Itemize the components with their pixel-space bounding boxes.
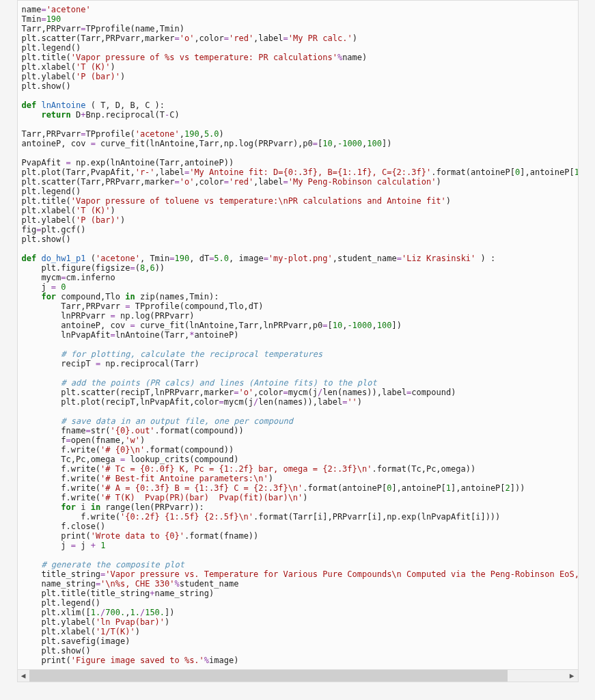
- scroll-left-arrow-icon[interactable]: ◀: [18, 670, 29, 682]
- horizontal-scrollbar[interactable]: ◀ ▶: [18, 669, 578, 682]
- code-area[interactable]: name='acetone' Tmin=190 Tarr,PRPvarr=TPp…: [18, 1, 578, 669]
- code-cell: name='acetone' Tmin=190 Tarr,PRPvarr=TPp…: [17, 0, 579, 682]
- code-content: name='acetone' Tmin=190 Tarr,PRPvarr=TPp…: [22, 5, 578, 665]
- scroll-right-arrow-icon[interactable]: ▶: [566, 670, 578, 682]
- scroll-track[interactable]: [29, 670, 566, 682]
